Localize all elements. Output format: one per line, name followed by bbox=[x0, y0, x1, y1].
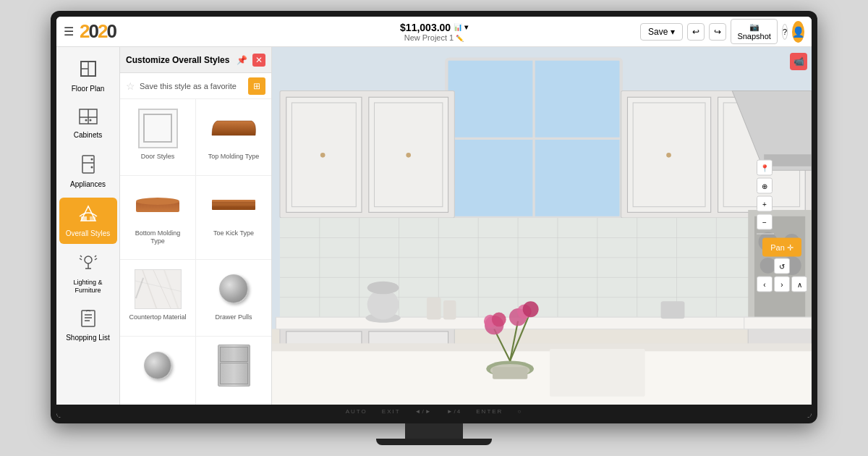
price-display: $11,003.00 bbox=[400, 22, 451, 33]
toe-kick-visual bbox=[208, 183, 259, 227]
auto-label: AUTO bbox=[346, 408, 367, 415]
logo-area: ☰ 2020 bbox=[64, 20, 216, 43]
door-styles-label: Door Styles bbox=[141, 153, 175, 161]
svg-point-7 bbox=[89, 119, 91, 122]
svg-rect-111 bbox=[550, 349, 645, 397]
panel-card-bottom-molding[interactable]: Bottom Molding Type bbox=[120, 176, 195, 260]
3d-view: 📹 📍 ⊕ + − Pan ✛ ↺ bbox=[272, 47, 812, 405]
panel-grid: Door Styles bbox=[120, 99, 271, 405]
appliances-label: Appliances bbox=[70, 180, 106, 189]
monitor-base bbox=[376, 439, 492, 445]
sidebar-item-shopping-list[interactable]: Shopping List bbox=[59, 303, 117, 348]
svg-rect-12 bbox=[81, 216, 87, 221]
nav2-label: ►/4 bbox=[447, 408, 462, 415]
svg-rect-27 bbox=[212, 200, 255, 210]
drawer-pulls-2-visual bbox=[132, 344, 183, 387]
app-logo: 2020 bbox=[80, 20, 116, 43]
nav-right-button[interactable]: › bbox=[774, 276, 790, 292]
svg-rect-110 bbox=[661, 301, 685, 318]
panel-card-drawer-pulls[interactable]: Drawer Pulls bbox=[196, 260, 271, 336]
svg-rect-108 bbox=[427, 297, 441, 320]
svg-point-49 bbox=[406, 153, 411, 158]
svg-rect-92 bbox=[272, 343, 812, 351]
panel-card-toe-kick[interactable]: Toe Kick Type bbox=[196, 176, 271, 260]
svg-point-102 bbox=[523, 301, 539, 317]
toe-kick-label: Toe Kick Type bbox=[213, 229, 254, 237]
bottom-molding-visual bbox=[132, 183, 183, 227]
sidebar-item-floor-plan[interactable]: Floor Plan bbox=[59, 53, 117, 99]
panel-card-fridge[interactable] bbox=[196, 337, 271, 405]
countertop-label: Countertop Material bbox=[129, 313, 186, 321]
circle-label: ○ bbox=[517, 408, 522, 415]
svg-rect-90 bbox=[744, 317, 812, 329]
nav-left-button[interactable]: ‹ bbox=[757, 276, 773, 292]
edit-project-icon[interactable]: ✏️ bbox=[456, 35, 464, 42]
overall-styles-icon bbox=[78, 203, 98, 227]
svg-point-26 bbox=[136, 198, 179, 205]
favorite-star[interactable]: ☆ bbox=[126, 80, 135, 92]
panel-card-door-styles[interactable]: Door Styles bbox=[120, 99, 195, 175]
lighting-furniture-label: Lighting & Furniture bbox=[62, 279, 114, 295]
svg-rect-21 bbox=[82, 311, 95, 326]
exit-label: EXIT bbox=[382, 408, 401, 415]
project-name: New Project 1 bbox=[404, 33, 454, 42]
appliances-icon bbox=[80, 154, 96, 178]
svg-point-107 bbox=[367, 282, 399, 295]
svg-point-99 bbox=[492, 313, 506, 327]
panel-card-drawer-pulls-2[interactable] bbox=[120, 337, 195, 405]
undo-button[interactable]: ↩ bbox=[687, 23, 705, 41]
kitchen-scene bbox=[272, 47, 812, 405]
enter-label: ENTER bbox=[476, 408, 503, 415]
svg-point-10 bbox=[90, 159, 93, 161]
favorite-label: Save this style as a favorite bbox=[140, 82, 244, 90]
left-sidebar: Floor Plan bbox=[56, 47, 120, 405]
nav1-label: ◄/► bbox=[415, 408, 433, 415]
user-avatar[interactable]: 👤 bbox=[792, 21, 804, 43]
floor-plan-label: Floor Plan bbox=[72, 85, 105, 93]
nav-up-button[interactable]: ∧ bbox=[791, 276, 807, 292]
svg-line-20 bbox=[95, 256, 96, 257]
pan-button[interactable]: Pan ✛ bbox=[762, 238, 801, 257]
sidebar-item-appliances[interactable]: Appliances bbox=[59, 148, 117, 195]
top-molding-label: Top Molding Type bbox=[208, 153, 259, 161]
cabinets-icon bbox=[78, 108, 98, 129]
svg-point-6 bbox=[85, 119, 87, 122]
panel-card-countertop[interactable]: Countertop Material bbox=[120, 260, 195, 336]
panel-pin-button[interactable]: 📌 bbox=[235, 54, 248, 67]
floor-plan-icon bbox=[78, 59, 98, 83]
svg-line-18 bbox=[80, 256, 82, 257]
grid-view-button[interactable]: ⊞ bbox=[248, 77, 265, 95]
shopping-list-label: Shopping List bbox=[66, 334, 110, 342]
camera-button[interactable]: 📹 bbox=[790, 53, 807, 70]
zoom-out-button[interactable]: − bbox=[757, 214, 773, 230]
zoom-in-button[interactable]: + bbox=[757, 196, 773, 212]
top-center: $11,003.00 📊 ▾ New Project 1 ✏️ bbox=[216, 22, 652, 42]
countertop-visual bbox=[132, 267, 183, 311]
menu-icon[interactable]: ☰ bbox=[64, 25, 74, 38]
sidebar-item-cabinets[interactable]: Cabinets bbox=[59, 102, 117, 145]
redo-button[interactable]: ↪ bbox=[709, 23, 726, 41]
panel-title: Customize Overall Styles bbox=[126, 55, 231, 65]
svg-line-19 bbox=[95, 258, 97, 260]
svg-rect-30 bbox=[135, 270, 182, 309]
drawer-pulls-label: Drawer Pulls bbox=[215, 313, 252, 321]
door-style-visual bbox=[132, 106, 183, 150]
drawer-pulls-visual bbox=[208, 267, 259, 311]
fridge-visual bbox=[208, 344, 259, 387]
compass-button[interactable]: ⊕ bbox=[757, 178, 773, 194]
panel-card-top-molding[interactable]: Top Molding Type bbox=[196, 99, 271, 175]
rotate-button[interactable]: ↺ bbox=[774, 258, 790, 274]
save-button[interactable]: Save ▾ bbox=[640, 23, 683, 41]
location-button[interactable]: 📍 bbox=[757, 160, 773, 176]
cabinets-label: Cabinets bbox=[74, 131, 102, 140]
sidebar-item-lighting-furniture[interactable]: Lighting & Furniture bbox=[59, 247, 117, 300]
style-panel: Customize Overall Styles 📌 ✕ ☆ Save this… bbox=[120, 47, 272, 405]
snapshot-button[interactable]: 📷 📷 SnapshotSnapshot bbox=[731, 19, 777, 44]
svg-rect-8 bbox=[82, 156, 94, 173]
shopping-list-icon bbox=[80, 309, 96, 332]
svg-rect-109 bbox=[443, 300, 456, 319]
sidebar-item-overall-styles[interactable]: Overall Styles bbox=[59, 198, 117, 244]
help-button[interactable]: ? bbox=[782, 24, 788, 40]
panel-close-button[interactable]: ✕ bbox=[252, 54, 265, 67]
price-icon[interactable]: 📊 ▾ bbox=[454, 23, 468, 31]
